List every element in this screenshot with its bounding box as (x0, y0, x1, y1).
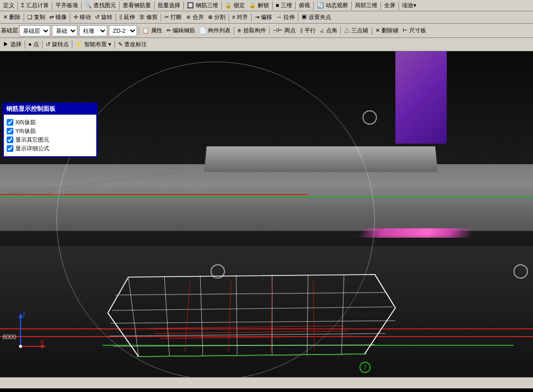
toolbar-zoom[interactable]: 缩放▾ (400, 1, 418, 11)
dim-1800: 1800 (190, 185, 204, 192)
toolbar-twopoint[interactable]: ⊣⊢ 两点 (271, 26, 298, 36)
sep-2 (52, 2, 52, 10)
toolbar-setgrip[interactable]: ▣ 设置夹点 (299, 12, 333, 23)
sep-r2-5 (229, 13, 229, 22)
rebar-highlight (358, 228, 474, 238)
svg-point-31 (19, 345, 22, 348)
sep-4 (119, 2, 120, 10)
toolbar-3ptaux[interactable]: △ 三点辅 (342, 26, 370, 36)
checkbox-x-rebar[interactable]: X向纵筋 (7, 119, 93, 126)
check-x-label: X向纵筋 (15, 119, 36, 126)
control-panel-body: X向纵筋 Y向纵筋 显示其它图元 显示详细公式 (4, 114, 97, 156)
toolbar-flatview[interactable]: 平齐板项 (53, 1, 80, 11)
toolbar-offset[interactable]: ⇥ 偏移 (253, 12, 274, 23)
toolbar-smartplace[interactable]: ⚡ 智能布置 ▾ (73, 40, 113, 50)
toolbar-unlock[interactable]: 🔓 解锁 (247, 1, 271, 11)
wireframe-pit (87, 267, 416, 369)
toolbar-rotatepoint[interactable]: ↺ 旋转点 (44, 40, 71, 50)
sep-12 (380, 2, 381, 10)
sep-r3-3 (269, 27, 270, 35)
toolbar-copy[interactable]: ❑ 复制 (25, 12, 47, 23)
orbit-right-handle[interactable] (513, 264, 528, 279)
toolbar-pointangle[interactable]: ∠ 点角 (318, 26, 339, 36)
sep-r2-4 (161, 13, 161, 22)
toolbar-batchsel[interactable]: 批量选择 (156, 1, 182, 11)
toolbar-pickup[interactable]: ⊕ 拾取构件 (235, 26, 268, 36)
sep-6 (183, 2, 184, 10)
sep-13 (398, 2, 399, 10)
sep-7 (221, 2, 222, 10)
toolbar-topview[interactable]: 俯视 (297, 1, 312, 11)
toolbar-row-4: ▶ 选择 ● 点 ↺ 旋转点 ⚡ 智能布置 ▾ ✎ 查改标注 (0, 38, 533, 51)
toolbar-delete[interactable]: ✕ 删除 (1, 12, 23, 23)
checkbox-detail-formula[interactable]: 显示详细公式 (7, 145, 93, 152)
sep-r2-2 (70, 13, 70, 22)
check-other-label: 显示其它图元 (15, 136, 49, 144)
checkbox-y-rebar[interactable]: Y向纵筋 (7, 127, 93, 135)
toolbar-steelqty[interactable]: 查看钢筋量 (121, 1, 153, 11)
sep-3 (81, 2, 82, 10)
svg-marker-29 (41, 344, 46, 348)
checkbox-other-elem[interactable]: 显示其它图元 (7, 136, 93, 144)
toolbar-modmark[interactable]: ✎ 查改标注 (116, 40, 149, 50)
toolbar-move[interactable]: ✛ 移动 (71, 12, 93, 23)
toolbar-row-1: 定义 Σ 汇总计算 平齐板项 🔍 查找图元 查看钢筋量 批量选择 🔲 钢筋三维 … (0, 0, 533, 11)
sep-11 (351, 2, 352, 10)
toolbar-local3d[interactable]: 局部三维 (353, 1, 379, 11)
layer-dropdown[interactable]: 基础层 (19, 25, 50, 36)
svg-text:X: X (40, 339, 44, 345)
sep-r3-4 (340, 27, 341, 35)
toolbar-dimrule[interactable]: ⊢ 尺寸板 (401, 26, 428, 36)
toolbar-row-2: ✕ 删除 ❑ 复制 ⇌ 镜像 ✛ 移动 ↺ 旋转 ‖ 延伸 非 修剪 ✂ 打断 … (0, 11, 533, 24)
toolbar-row-3: 基础层 基础层 基础 柱墩 ZD-2 📋 属性 ✏ 编辑钢筋 📄 构件列表 ⊕ … (0, 24, 533, 38)
toolbar-point[interactable]: ● 点 (26, 40, 41, 50)
toolbar-parallel[interactable]: ∥ 平行 (298, 26, 318, 36)
toolbar-merge[interactable]: ⊕ 合并 (184, 12, 206, 23)
sep-1 (17, 2, 18, 10)
element-type-dropdown[interactable]: 柱墩 (79, 25, 107, 36)
toolbar-fullscreen[interactable]: 全屏 (382, 1, 397, 11)
toolbar-rotate[interactable]: ↺ 旋转 (93, 12, 115, 23)
toolbar-property[interactable]: 📋 属性 (140, 26, 164, 36)
check-formula-label: 显示详细公式 (15, 145, 49, 152)
toolbar-sum[interactable]: Σ 汇总计算 (19, 1, 51, 11)
toolbar-select[interactable]: ▶ 选择 (1, 40, 24, 50)
toolbar-dynobs[interactable]: 🔄 动态观察 (315, 1, 350, 11)
check-formula[interactable] (7, 145, 13, 152)
toolbar-3d[interactable]: ■ 三维 (274, 1, 294, 11)
check-x-rebar[interactable] (7, 119, 13, 126)
toolbar-trim[interactable]: 非 修剪 (137, 12, 160, 23)
dim-1000: 1000 (51, 189, 65, 196)
orbit-top-handle[interactable] (363, 110, 377, 125)
toolbar-mirror[interactable]: ⇌ 镜像 (47, 12, 69, 23)
sep-r3-5 (372, 27, 372, 35)
sep-r4-1 (25, 41, 25, 49)
svg-text:Z: Z (22, 311, 26, 318)
main-viewport[interactable]: 8000 1800 1000 8000 7 (0, 51, 533, 377)
control-panel-title: 钢筋显示控制面板 (4, 104, 97, 114)
toolbar-findelem[interactable]: 🔍 查找图元 (83, 1, 118, 11)
toolbar-lock[interactable]: 🔒 锁定 (223, 1, 247, 11)
toolbar-extend[interactable]: ‖ 延伸 (117, 12, 137, 23)
sep-10 (313, 2, 314, 10)
sep-r4-2 (42, 41, 43, 49)
purple-column (395, 51, 447, 144)
toolbar-define[interactable]: 定义 (1, 1, 16, 11)
sep-r4-4 (115, 41, 115, 49)
sep-r2-7 (298, 13, 298, 22)
sep-9 (295, 2, 296, 10)
layer-type-dropdown[interactable]: 基础 (52, 25, 78, 36)
sep-5 (154, 2, 155, 10)
toolbar-break[interactable]: ✂ 打断 (162, 12, 184, 23)
toolbar-delaux[interactable]: ✕ 删除辅 (373, 26, 401, 36)
toolbar-steel3d[interactable]: 🔲 钢筋三维 (185, 1, 220, 11)
check-y-rebar[interactable] (7, 128, 13, 134)
toolbar-elemlist[interactable]: 📄 构件列表 (197, 26, 233, 36)
element-id-dropdown[interactable]: ZD-2 (109, 25, 137, 36)
toolbar-split[interactable]: ⊗ 分割 (206, 12, 227, 23)
sep-r3-2 (234, 27, 234, 35)
check-other[interactable] (7, 136, 13, 143)
toolbar-editsteel[interactable]: ✏ 编辑钢筋 (164, 26, 197, 36)
toolbar-align[interactable]: ≡ 对齐 (230, 12, 250, 23)
toolbar-stretch[interactable]: ↔ 拉伸 (274, 12, 297, 23)
